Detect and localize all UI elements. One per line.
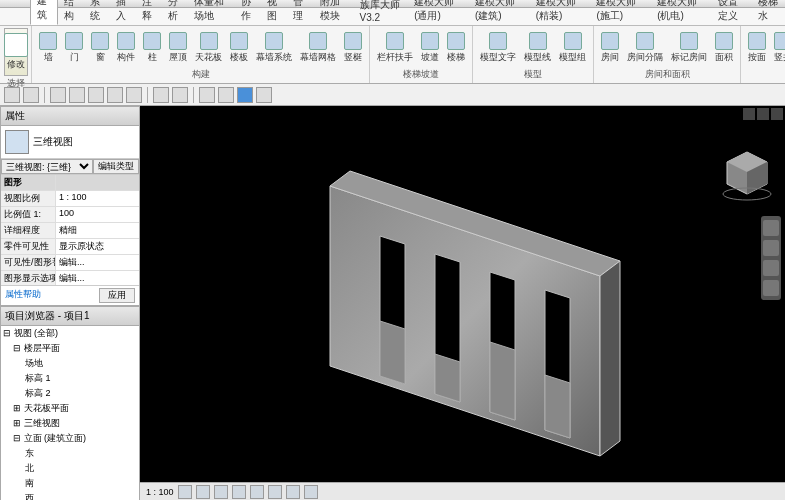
- build-button-2[interactable]: 窗: [88, 30, 112, 66]
- tool-icon: [65, 32, 83, 50]
- qb-btn[interactable]: [256, 87, 272, 103]
- prop-value[interactable]: 精细: [56, 223, 139, 238]
- sb-crop-icon[interactable]: [268, 485, 282, 499]
- build-button-8[interactable]: 幕墙系统: [253, 30, 295, 66]
- sb-detail-icon[interactable]: [178, 485, 192, 499]
- qb-btn[interactable]: [218, 87, 234, 103]
- sb-sun-icon[interactable]: [214, 485, 228, 499]
- tree-item[interactable]: 北: [1, 461, 139, 476]
- build-button-0[interactable]: 墙: [36, 30, 60, 66]
- tab-bm1[interactable]: 建模大师 (通用): [408, 0, 469, 25]
- tab-family[interactable]: 族库大师V3.2: [354, 0, 409, 25]
- maximize-icon[interactable]: [757, 108, 769, 120]
- properties-help-link[interactable]: 属性帮助: [5, 288, 41, 303]
- tab-structure[interactable]: 结构: [58, 0, 84, 25]
- model-button-2[interactable]: 模型组: [556, 30, 589, 66]
- qb-btn[interactable]: [50, 87, 66, 103]
- tree-item[interactable]: 东: [1, 446, 139, 461]
- tab-bm5[interactable]: 建模大师 (机电): [651, 0, 712, 25]
- tab-bm4[interactable]: 建模大师 (施工): [590, 0, 651, 25]
- build-button-6[interactable]: 天花板: [192, 30, 225, 66]
- prop-value[interactable]: 100: [56, 207, 139, 222]
- circ-button-1[interactable]: 坡道: [418, 30, 442, 66]
- tree-item[interactable]: ⊞ 天花板平面: [1, 401, 139, 416]
- build-button-10[interactable]: 竖梃: [341, 30, 365, 66]
- tree-item[interactable]: ⊞ 三维视图: [1, 416, 139, 431]
- sb-reveal-icon[interactable]: [304, 485, 318, 499]
- tab-bm3[interactable]: 建模大师 (精装): [530, 0, 591, 25]
- tool-icon: [39, 32, 57, 50]
- qb-btn[interactable]: [107, 87, 123, 103]
- tree-item[interactable]: ⊟ 立面 (建筑立面): [1, 431, 139, 446]
- tab-systems[interactable]: 系统: [84, 0, 110, 25]
- tab-annotate[interactable]: 注释: [136, 0, 162, 25]
- apply-button[interactable]: 应用: [99, 288, 135, 303]
- build-button-1[interactable]: 门: [62, 30, 86, 66]
- tab-collab[interactable]: 协作: [235, 0, 261, 25]
- build-button-9[interactable]: 幕墙网格: [297, 30, 339, 66]
- tab-addins[interactable]: 附加模块: [314, 0, 354, 25]
- room-button-0[interactable]: 房间: [598, 30, 622, 66]
- tree-item[interactable]: ⊟ 楼层平面: [1, 341, 139, 356]
- build-button-3[interactable]: 构件: [114, 30, 138, 66]
- room-button-3[interactable]: 面积: [712, 30, 736, 66]
- open-button-0[interactable]: 按面: [745, 30, 769, 66]
- prop-key: 比例值 1:: [1, 207, 56, 222]
- tree-item[interactable]: 场地: [1, 356, 139, 371]
- scale-display[interactable]: 1 : 100: [146, 487, 174, 497]
- circ-button-0[interactable]: 栏杆扶手: [374, 30, 416, 66]
- qb-btn[interactable]: [88, 87, 104, 103]
- close-icon[interactable]: [771, 108, 783, 120]
- tree-item[interactable]: 西: [1, 491, 139, 500]
- tree-item[interactable]: ⊟ 视图 (全部): [1, 326, 139, 341]
- steering-wheel-icon[interactable]: [763, 220, 779, 236]
- view-cube[interactable]: [719, 146, 775, 202]
- qb-btn[interactable]: [69, 87, 85, 103]
- viewport-3d[interactable]: 1 : 100: [140, 106, 785, 500]
- orbit-icon[interactable]: [763, 280, 779, 296]
- sb-render-icon[interactable]: [250, 485, 264, 499]
- build-button-7[interactable]: 楼板: [227, 30, 251, 66]
- zoom-icon[interactable]: [763, 260, 779, 276]
- sb-hide-icon[interactable]: [286, 485, 300, 499]
- tab-analyze[interactable]: 分析: [162, 0, 188, 25]
- tab-manage[interactable]: 管理: [287, 0, 313, 25]
- modify-button[interactable]: 修改: [4, 28, 28, 76]
- qb-btn[interactable]: [126, 87, 142, 103]
- qb-btn[interactable]: [23, 87, 39, 103]
- prop-value[interactable]: 编辑...: [56, 271, 139, 285]
- qb-btn[interactable]: [4, 87, 20, 103]
- pan-icon[interactable]: [763, 240, 779, 256]
- qb-btn[interactable]: [172, 87, 188, 103]
- edit-type-button[interactable]: 编辑类型: [93, 159, 139, 174]
- tab-setdef[interactable]: 设置定义: [712, 0, 752, 25]
- build-button-4[interactable]: 柱: [140, 30, 164, 66]
- model-button-0[interactable]: 模型文字: [477, 30, 519, 66]
- model-button-1[interactable]: 模型线: [521, 30, 554, 66]
- qb-btn[interactable]: [153, 87, 169, 103]
- tab-insert[interactable]: 插入: [110, 0, 136, 25]
- tree-item[interactable]: 南: [1, 476, 139, 491]
- qb-btn[interactable]: [237, 87, 253, 103]
- room-button-1[interactable]: 房间分隔: [624, 30, 666, 66]
- prop-value[interactable]: 显示原状态: [56, 239, 139, 254]
- tab-bm2[interactable]: 建模大师 (建筑): [469, 0, 530, 25]
- tab-view[interactable]: 视图: [261, 0, 287, 25]
- prop-value[interactable]: 1 : 100: [56, 191, 139, 206]
- tab-stair[interactable]: 楼梯水: [752, 0, 785, 25]
- build-button-5[interactable]: 屋顶: [166, 30, 190, 66]
- qb-btn[interactable]: [199, 87, 215, 103]
- room-button-2[interactable]: 标记房间: [668, 30, 710, 66]
- tree-item[interactable]: 标高 1: [1, 371, 139, 386]
- minimize-icon[interactable]: [743, 108, 755, 120]
- sb-visual-icon[interactable]: [196, 485, 210, 499]
- tree-item[interactable]: 标高 2: [1, 386, 139, 401]
- tab-massing[interactable]: 体量和场地: [188, 0, 235, 25]
- tab-architecture[interactable]: 建筑: [30, 0, 58, 25]
- sb-shadow-icon[interactable]: [232, 485, 246, 499]
- group-room-label: 房间和面积: [598, 67, 736, 81]
- open-button-1[interactable]: 竖井: [771, 30, 785, 66]
- circ-button-2[interactable]: 楼梯: [444, 30, 468, 66]
- prop-value[interactable]: 编辑...: [56, 255, 139, 270]
- type-selector[interactable]: 三维视图: {三维}: [1, 159, 93, 174]
